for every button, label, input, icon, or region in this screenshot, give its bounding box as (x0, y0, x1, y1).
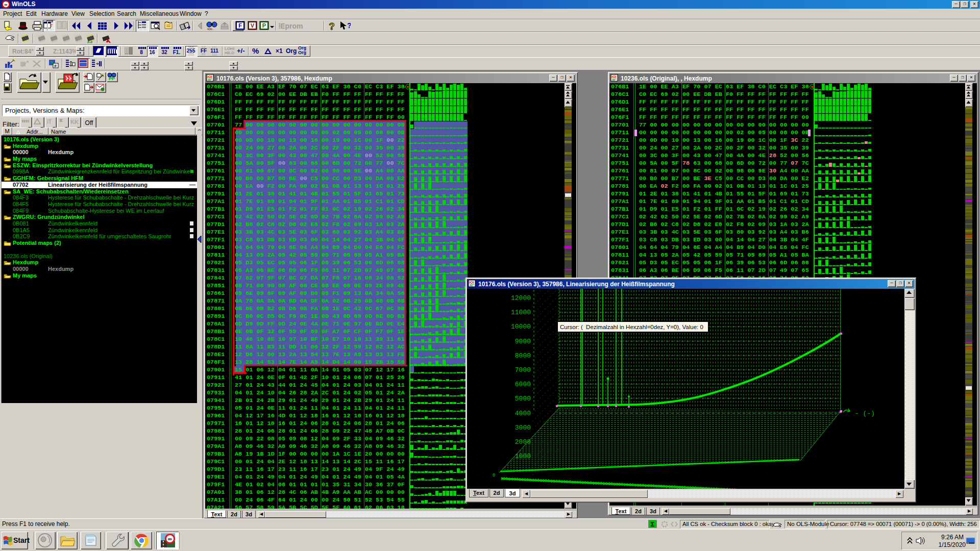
svg-text:FF: FF (202, 53, 206, 56)
svg-text:i⁢T: i⁢T (47, 119, 52, 124)
svg-text:8: 8 (140, 49, 143, 55)
svg-text:8000: 8000 (515, 352, 531, 360)
svg-text:∞: ∞ (4, 2, 8, 7)
svg-text:#-#: #-# (87, 40, 92, 44)
svg-text:IOI: IOI (469, 281, 474, 284)
svg-text:6000: 6000 (515, 381, 531, 388)
svg-text:IOI: IOI (611, 75, 616, 79)
svg-text:111: 111 (212, 46, 217, 49)
svg-text:255: 255 (188, 46, 194, 49)
svg-text:?: ? (347, 21, 351, 30)
svg-text:0: 0 (493, 473, 495, 478)
svg-text:IOI: IOI (207, 75, 212, 79)
svg-text:Σ: Σ (651, 520, 655, 528)
svg-text:10000: 10000 (511, 323, 531, 331)
svg-text:11000: 11000 (511, 309, 531, 316)
svg-text:V: V (251, 22, 255, 29)
svg-text:9000: 9000 (515, 338, 531, 345)
svg-text:32: 32 (161, 49, 167, 55)
svg-text:1000: 1000 (515, 453, 531, 460)
svg-text:4000: 4000 (515, 410, 531, 417)
svg-text:PP: PP (109, 76, 115, 81)
svg-text:16: 16 (149, 49, 155, 55)
svg-text:IOII..: IOII.. (207, 28, 214, 31)
svg-text:2000: 2000 (515, 438, 531, 446)
svg-text:- (-): - (-) (855, 410, 875, 417)
svg-text:255: 255 (188, 53, 194, 56)
svg-text:12000: 12000 (511, 294, 531, 302)
svg-text:F: F (55, 64, 57, 68)
svg-text:5000: 5000 (515, 395, 531, 403)
svg-text:P: P (262, 22, 266, 29)
svg-text:∞: ∞ (168, 536, 172, 542)
svg-text:7000: 7000 (515, 366, 531, 374)
svg-text:?: ? (329, 21, 335, 32)
svg-text:KK: KK (70, 119, 79, 125)
svg-text:3000: 3000 (515, 424, 531, 432)
svg-text:111: 111 (212, 53, 217, 56)
svg-text:F: F (238, 22, 242, 29)
svg-text:F1.: F1. (173, 49, 181, 55)
svg-text:FF: FF (202, 46, 206, 49)
